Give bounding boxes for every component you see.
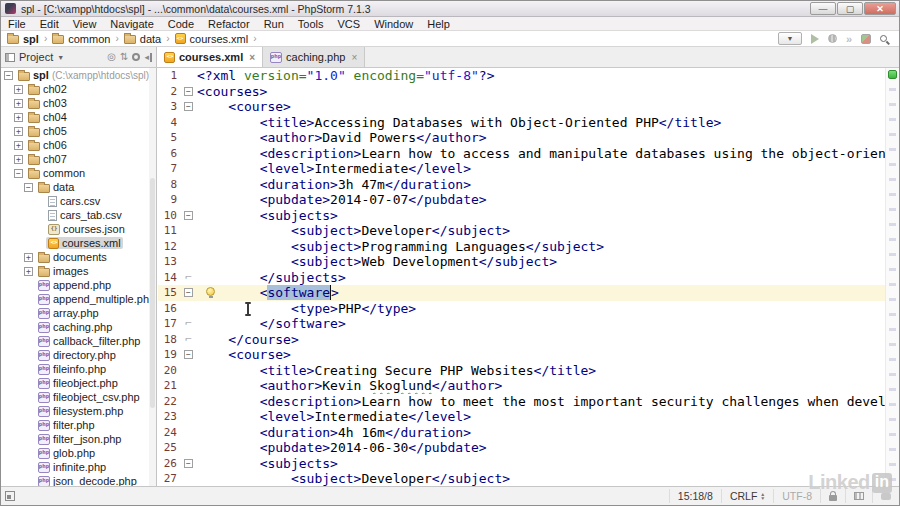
close-button[interactable]: ✕ (864, 2, 896, 15)
debug-icon[interactable] (828, 34, 837, 43)
code-line-11[interactable]: 11 <subject>Developer</subject> (158, 223, 899, 239)
tree-item-courses.json[interactable]: courses.json (1, 222, 156, 236)
tree-toggle-plus[interactable]: + (14, 127, 23, 136)
fold-marker-open[interactable]: − (180, 456, 197, 472)
tree-toggle-plus[interactable]: + (14, 113, 23, 122)
menu-code[interactable]: Code (161, 17, 201, 31)
fold-marker-end[interactable]: ¬ (180, 332, 197, 348)
tree-item-ch06[interactable]: +ch06 (1, 138, 156, 152)
code-editor[interactable]: 1<?xml version="1.0" encoding="utf-8"?>2… (158, 68, 899, 487)
code-line-23[interactable]: 23 <level>Intermediate</level> (158, 409, 899, 425)
tree-item-ch04[interactable]: +ch04 (1, 110, 156, 124)
locate-file-icon[interactable]: ◎ (107, 52, 116, 62)
coverage-icon[interactable]: » (846, 34, 852, 44)
code-line-7[interactable]: 7 <level>Intermediate</level> (158, 161, 899, 177)
run-icon[interactable] (811, 34, 819, 44)
code-line-24[interactable]: 24 <duration>4h 16m</duration> (158, 425, 899, 441)
tree-item-courses.xml[interactable]: courses.xml (1, 236, 156, 250)
code-line-22[interactable]: 22 <description>Learn how to meet the mo… (158, 394, 899, 410)
tab-caching.php[interactable]: caching.php× (263, 47, 365, 67)
tree-item-fileobject.php[interactable]: fileobject.php (1, 376, 156, 390)
code-line-3[interactable]: 3− <course> (158, 99, 899, 115)
tree-toggle-minus[interactable]: − (4, 71, 13, 80)
fold-marker-open[interactable]: − (180, 285, 197, 301)
tree-toggle-plus[interactable]: + (24, 267, 33, 276)
code-line-12[interactable]: 12 <subject>Programming Languages</subje… (158, 239, 899, 255)
tree-toggle-plus[interactable]: + (14, 85, 23, 94)
menu-tools[interactable]: Tools (291, 17, 331, 31)
breadcrumb-item-courses.xml[interactable]: courses.xml (175, 33, 249, 45)
toolwindow-switcher-icon[interactable] (5, 491, 15, 501)
code-line-21[interactable]: 21 <author>Kevin Skoglund</author> (158, 378, 899, 394)
project-panel-header[interactable]: Project ▼ ◎ ⇅ ◂ (1, 47, 157, 67)
tree-item-common[interactable]: −common (1, 166, 156, 180)
chevron-down-icon[interactable]: ▼ (57, 54, 64, 61)
menu-edit[interactable]: Edit (33, 17, 66, 31)
tree-item-data[interactable]: −data (1, 180, 156, 194)
restore-button[interactable]: ▢ (837, 2, 863, 15)
code-line-26[interactable]: 26− <subjects> (158, 456, 899, 472)
code-line-13[interactable]: 13 <subject>Web Development</subject> (158, 254, 899, 270)
code-line-6[interactable]: 6 <description>Learn how to access and m… (158, 146, 899, 162)
code-line-19[interactable]: 19− <course> (158, 347, 899, 363)
tree-item-ch03[interactable]: +ch03 (1, 96, 156, 110)
tree-item-images[interactable]: +images (1, 264, 156, 278)
tree-item-json_decode.php[interactable]: json_decode.php (1, 474, 156, 486)
code-line-2[interactable]: 2−<courses> (158, 84, 899, 100)
menu-vcs[interactable]: VCS (331, 17, 368, 31)
breadcrumb-item-spl[interactable]: spl (7, 33, 39, 45)
code-line-14[interactable]: 14¬ </subjects> (158, 270, 899, 286)
fold-marker-end[interactable]: ¬ (180, 316, 197, 332)
tree-item-fileobject_csv.php[interactable]: fileobject_csv.php (1, 390, 156, 404)
tree-toggle-plus[interactable]: + (14, 99, 23, 108)
fold-marker-open[interactable]: − (180, 208, 197, 224)
tree-item-append_multiple.php[interactable]: append_multiple.php (1, 292, 156, 306)
line-separator-select[interactable]: CRLF ▲▼ (721, 489, 773, 503)
tree-item-fileinfo.php[interactable]: fileinfo.php (1, 362, 156, 376)
fold-marker-open[interactable]: − (180, 347, 197, 363)
tree-item-caching.php[interactable]: caching.php (1, 320, 156, 334)
tree-item-infinite.php[interactable]: infinite.php (1, 460, 156, 474)
code-line-1[interactable]: 1<?xml version="1.0" encoding="utf-8"?> (158, 68, 899, 84)
code-line-27[interactable]: 27 <subject>Developer</subject> (158, 471, 899, 487)
hide-panel-icon[interactable]: ◂ (144, 52, 152, 62)
tree-item-ch02[interactable]: +ch02 (1, 82, 156, 96)
fold-marker-open[interactable]: − (180, 99, 197, 115)
code-line-16[interactable]: 16 <type>PHP</type> (158, 301, 899, 317)
inspection-status-icon[interactable] (888, 70, 897, 79)
run-configuration-select[interactable]: ▼ (778, 32, 802, 45)
breadcrumb-item-data[interactable]: data (124, 33, 161, 45)
menu-help[interactable]: Help (420, 17, 457, 31)
tree-toggle-plus[interactable]: + (24, 253, 33, 262)
code-line-4[interactable]: 4 <title>Accessing Databases with Object… (158, 115, 899, 131)
tree-item-array.php[interactable]: array.php (1, 306, 156, 320)
updates-icon[interactable] (861, 34, 871, 44)
tree-item-ch05[interactable]: +ch05 (1, 124, 156, 138)
fold-marker-open[interactable]: − (180, 84, 197, 100)
intention-lightbulb-icon[interactable] (206, 287, 215, 296)
code-line-18[interactable]: 18¬ </course> (158, 332, 899, 348)
editor-scrollbar[interactable] (885, 68, 899, 487)
menu-run[interactable]: Run (257, 17, 291, 31)
gear-icon[interactable] (132, 53, 140, 61)
tree-item-cars.csv[interactable]: cars.csv (1, 194, 156, 208)
caret-position[interactable]: 15:18/8 (669, 489, 721, 503)
tree-toggle-minus[interactable]: − (24, 183, 33, 192)
tree-toggle-minus[interactable]: − (14, 169, 23, 178)
menu-file[interactable]: File (1, 17, 33, 31)
tree-scrollbar[interactable] (149, 68, 156, 486)
tab-courses.xml[interactable]: courses.xml× (157, 47, 263, 67)
code-line-25[interactable]: 25 <pubdate>2014-06-30</pubdate> (158, 440, 899, 456)
menu-view[interactable]: View (66, 17, 104, 31)
tree-item-cars_tab.csv[interactable]: cars_tab.csv (1, 208, 156, 222)
tree-toggle-plus[interactable]: + (14, 141, 23, 150)
code-line-8[interactable]: 8 <duration>3h 47m</duration> (158, 177, 899, 193)
tree-toggle-plus[interactable]: + (14, 155, 23, 164)
tree-item-glob.php[interactable]: glob.php (1, 446, 156, 460)
tree-item-ch07[interactable]: +ch07 (1, 152, 156, 166)
close-icon[interactable]: × (351, 52, 357, 63)
code-line-20[interactable]: 20 <title>Creating Secure PHP Websites</… (158, 363, 899, 379)
code-line-15[interactable]: 15− <software> (158, 285, 899, 301)
search-icon[interactable] (880, 35, 887, 42)
tree-item-spl[interactable]: −spl(C:\xampp\htdocs\spl) (1, 68, 156, 82)
